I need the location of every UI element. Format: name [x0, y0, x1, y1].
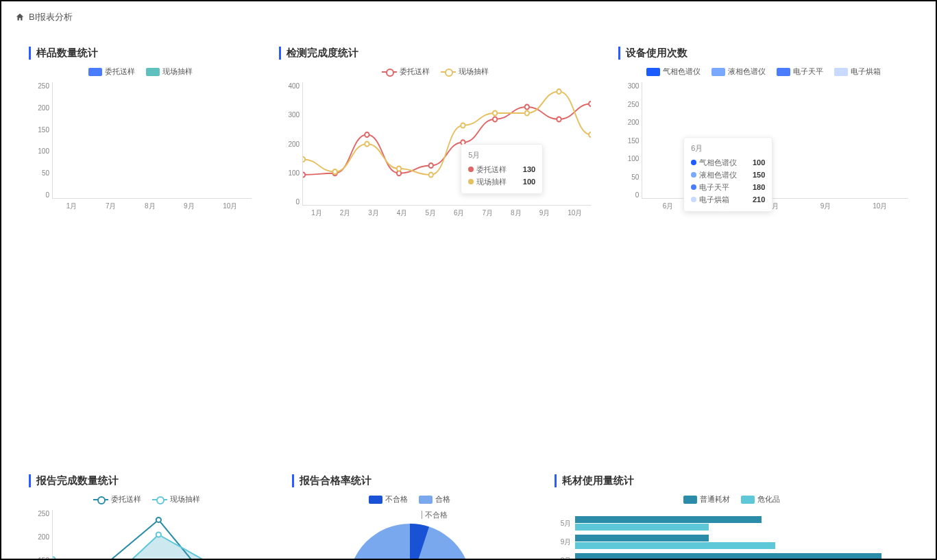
breadcrumb: BI报表分析	[1, 1, 936, 33]
svg-point-19	[589, 132, 591, 137]
legend: 普通耗材 危化品	[555, 494, 908, 504]
card-title: 检测完成度统计	[279, 47, 591, 60]
card-title: 报告完成数量统计	[29, 474, 265, 487]
legend-item[interactable]: 委托送样	[93, 494, 141, 504]
legend: 委托送样 现场抽样	[29, 494, 265, 504]
svg-point-11	[333, 169, 337, 174]
card-sample-count: 样品数量统计 委托送样 现场抽样 250200150100500 1月7月8月9…	[29, 47, 252, 219]
hbar-plot[interactable]: 5月9月8月7月6月	[555, 510, 908, 560]
legend-item[interactable]: 普通耗材	[683, 494, 730, 504]
card-detection-completion: 检测完成度统计 委托送样 现场抽样 4003002001000 5月 委托送样1…	[279, 47, 591, 219]
legend-item[interactable]: 电子天平	[777, 66, 823, 77]
legend-item[interactable]: 现场抽样	[146, 66, 193, 77]
svg-point-25	[53, 557, 56, 561]
svg-point-2	[365, 132, 369, 137]
svg-point-15	[461, 123, 465, 128]
home-icon	[15, 12, 25, 22]
tooltip: 5月 委托送样130 现场抽样100	[461, 144, 543, 194]
legend-item[interactable]: 气相色谱仪	[646, 66, 701, 77]
svg-point-8	[557, 117, 561, 122]
pie-label-top: 不合格	[422, 510, 448, 520]
legend: 委托送样 现场抽样	[29, 66, 252, 77]
legend: 不合格 合格	[292, 494, 528, 504]
legend: 委托送样 现场抽样	[279, 66, 591, 77]
pie-plot[interactable]: 不合格 合格	[292, 510, 528, 560]
y-axis: 4003002001000	[279, 82, 300, 206]
legend-item[interactable]: 现场抽样	[441, 66, 489, 77]
y-axis: 250200150100500	[29, 510, 49, 560]
card-title: 耗材使用量统计	[555, 474, 908, 487]
legend-item[interactable]: 电子烘箱	[834, 66, 881, 77]
bar-plot[interactable]: 6月 气相色谱仪100 液相色谱仪150 电子天平180 电子烘箱210	[642, 82, 908, 199]
legend: 气相色谱仪 液相色谱仪 电子天平 电子烘箱	[618, 66, 908, 77]
card-title: 样品数量统计	[29, 47, 252, 60]
area-plot[interactable]	[52, 510, 265, 560]
legend-item[interactable]: 现场抽样	[152, 494, 200, 504]
card-report-completion: 报告完成数量统计 委托送样 现场抽样 250200150100500 6月7月8…	[29, 474, 265, 560]
legend-item[interactable]: 危化品	[741, 494, 780, 504]
svg-point-16	[493, 111, 497, 116]
svg-point-6	[493, 117, 497, 122]
x-axis: 1月2月3月4月5月6月7月8月9月10月	[302, 208, 591, 218]
svg-point-17	[525, 111, 529, 116]
svg-point-7	[525, 105, 529, 110]
legend-item[interactable]: 合格	[419, 494, 450, 504]
card-device-usage: 设备使用次数 气相色谱仪 液相色谱仪 电子天平 电子烘箱 30025020015…	[618, 47, 908, 219]
svg-point-0	[303, 173, 305, 178]
tooltip: 6月 气相色谱仪100 液相色谱仪150 电子天平180 电子烘箱210	[683, 137, 772, 212]
svg-point-27	[156, 533, 161, 537]
legend-item[interactable]: 液相色谱仪	[711, 66, 766, 77]
card-consumable-usage: 耗材使用量统计 普通耗材 危化品 5月9月8月7月6月 050100150200…	[555, 474, 908, 560]
x-axis: 1月7月8月9月10月	[52, 202, 252, 211]
legend-item[interactable]: 不合格	[369, 494, 408, 504]
svg-point-18	[557, 89, 561, 94]
y-axis: 300250200150100500	[618, 82, 639, 199]
bar-plot[interactable]	[52, 82, 252, 199]
card-title: 报告合格率统计	[292, 474, 528, 487]
breadcrumb-title: BI报表分析	[29, 11, 73, 23]
card-report-pass-rate: 报告合格率统计 不合格 合格 不合格 合格	[292, 474, 528, 560]
svg-point-4	[429, 163, 433, 168]
svg-point-13	[397, 167, 401, 171]
legend-item[interactable]: 委托送样	[88, 66, 135, 77]
svg-point-22	[156, 518, 161, 522]
svg-point-9	[589, 101, 591, 106]
line-plot[interactable]: 5月 委托送样130 现场抽样100	[302, 82, 591, 206]
svg-point-10	[303, 157, 305, 162]
legend-item[interactable]: 委托送样	[382, 66, 430, 77]
svg-point-12	[365, 142, 369, 147]
svg-point-14	[429, 173, 433, 178]
x-axis: 6月7月8月9月10月	[642, 202, 908, 211]
card-title: 设备使用次数	[618, 47, 908, 60]
y-axis: 250200150100500	[29, 82, 49, 199]
